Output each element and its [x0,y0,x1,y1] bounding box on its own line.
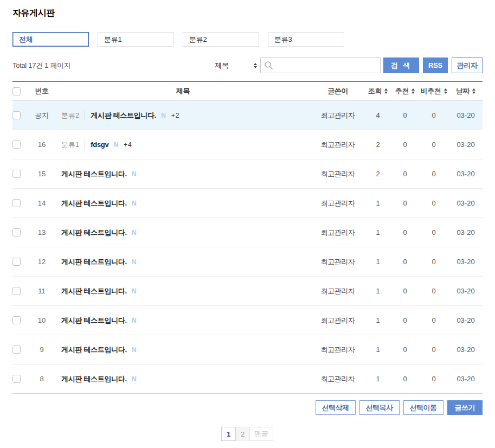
new-post-badge: N [132,229,137,236]
category-tab-분류1[interactable]: 분류1 [98,32,174,47]
row-writer: 최고관리자 [311,257,364,267]
row-views: 4 [364,111,391,119]
row-title-link[interactable]: 게시판 테스트입니다. [91,111,156,120]
row-title-link[interactable]: 게시판 테스트입니다. [61,286,127,296]
row-writer: 최고관리자 [311,199,364,208]
table-row: 16 분류1 fdsgv N +4 최고관리자 2 0 0 03-20 [12,130,483,159]
row-checkbox[interactable] [12,228,21,236]
category-tab-분류2[interactable]: 분류2 [183,32,259,47]
row-date: 03-20 [449,258,483,266]
search-icon [261,58,276,73]
row-likes: 0 [391,258,419,266]
action-button-선택이동[interactable]: 선택이동 [403,400,443,415]
search-field-select[interactable]: 제목 [213,57,260,73]
select-arrows-icon [254,63,257,68]
row-date: 03-20 [449,140,483,149]
pagination-item-2[interactable]: 2 [235,427,250,441]
pagination: 1 2 맨끝 [12,427,483,448]
category-tab-전체[interactable]: 전체 [12,32,89,47]
row-views: 1 [364,228,391,236]
row-likes: 0 [391,199,419,207]
row-dislikes: 0 [419,287,449,295]
table-row: 8 게시판 테스트입니다. N 최고관리자 1 0 0 03-20 [12,364,483,394]
row-likes: 0 [391,228,419,236]
row-checkbox[interactable] [12,170,21,178]
row-category[interactable]: 분류1 [61,140,85,150]
admin-button[interactable]: 관리자 [452,57,483,73]
category-tab-분류3[interactable]: 분류3 [268,32,344,47]
select-all-checkbox[interactable] [12,87,21,95]
row-dislikes: 0 [419,375,449,383]
new-post-badge: N [132,317,137,324]
row-checkbox[interactable] [12,345,21,354]
action-button-선택삭제[interactable]: 선택삭제 [316,400,356,415]
row-title-link[interactable]: 게시판 테스트입니다. [61,374,127,384]
row-checkbox[interactable] [12,140,21,149]
row-writer: 최고관리자 [311,345,364,355]
row-date: 03-20 [449,316,483,324]
header-writer: 글쓴이 [311,86,364,96]
table-row: 15 게시판 테스트입니다. N 최고관리자 2 0 0 03-20 [12,159,483,189]
header-likes-sort[interactable]: 추천 [395,86,415,96]
board-page: 자유게시판 전체 분류1 분류2 분류3 Total 17건 1 페이지 제목 … [0,0,495,448]
row-date: 03-20 [449,287,483,295]
row-writer: 최고관리자 [311,140,364,150]
row-dislikes: 0 [419,199,449,207]
row-title-link[interactable]: 게시판 테스트입니다. [61,257,127,267]
pagination-item-1[interactable]: 1 [221,427,236,441]
table-header-row: 번호 제목 글쓴이 조회 추천 비추천 날짜 [12,81,483,101]
row-checkbox[interactable] [12,287,21,295]
sort-arrows-icon [472,88,475,94]
row-views: 1 [364,345,391,354]
action-button-선택복사[interactable]: 선택복사 [359,400,400,415]
search-input[interactable] [276,58,380,73]
row-date: 03-20 [449,228,483,236]
header-views-sort[interactable]: 조회 [368,86,388,96]
row-number: 9 [29,345,55,354]
row-title-link[interactable]: 게시판 테스트입니다. [61,316,127,325]
row-views: 1 [364,258,391,266]
pagination-item-맨끝[interactable]: 맨끝 [249,427,273,441]
row-views: 1 [364,375,391,383]
row-likes: 0 [391,111,419,119]
row-checkbox[interactable] [12,199,21,207]
row-category[interactable]: 분류2 [61,111,85,120]
total-count-text: Total 17건 1 페이지 [12,61,71,71]
table-row: 12 게시판 테스트입니다. N 최고관리자 1 0 0 03-20 [12,247,483,277]
header-dislikes-sort[interactable]: 비추천 [420,86,447,96]
board-table: 번호 제목 글쓴이 조회 추천 비추천 날짜 공지 분류2 게시판 테스트입니다… [12,81,483,394]
comment-count: +4 [124,141,132,149]
search-area: 제목 검 색 RSS 관리자 [213,57,483,73]
header-date-sort[interactable]: 날짜 [456,86,475,96]
row-number: 10 [29,316,55,324]
write-button[interactable]: 글쓰기 [447,400,483,415]
rss-button[interactable]: RSS [423,57,448,73]
row-title-link[interactable]: 게시판 테스트입니다. [61,228,127,238]
row-writer: 최고관리자 [311,286,364,296]
row-dislikes: 0 [419,111,449,119]
table-row: 10 게시판 테스트입니다. N 최고관리자 1 0 0 03-20 [12,306,483,335]
row-title-link[interactable]: 게시판 테스트입니다. [61,199,127,208]
row-checkbox[interactable] [12,111,21,119]
row-views: 1 [364,199,391,207]
row-checkbox[interactable] [12,258,21,266]
bottom-actions: 선택삭제 선택복사 선택이동 글쓰기 [12,400,483,415]
row-number: 11 [29,287,55,295]
new-post-badge: N [132,170,137,178]
row-checkbox[interactable] [12,316,21,324]
new-post-badge: N [132,200,137,207]
comment-count: +2 [171,112,180,119]
row-writer: 최고관리자 [311,374,364,384]
row-dislikes: 0 [419,140,449,149]
row-title-link[interactable]: fdsgv [91,140,108,149]
search-button[interactable]: 검 색 [383,57,419,73]
row-number: 16 [29,140,55,149]
new-post-badge: N [132,346,137,354]
row-checkbox[interactable] [12,375,21,383]
table-row: 13 게시판 테스트입니다. N 최고관리자 1 0 0 03-20 [12,218,483,247]
row-number: 13 [29,228,55,236]
row-title-link[interactable]: 게시판 테스트입니다. [61,169,127,179]
row-date: 03-20 [449,375,483,383]
row-title-link[interactable]: 게시판 테스트입니다. [61,345,127,355]
sort-arrows-icon [444,88,447,94]
